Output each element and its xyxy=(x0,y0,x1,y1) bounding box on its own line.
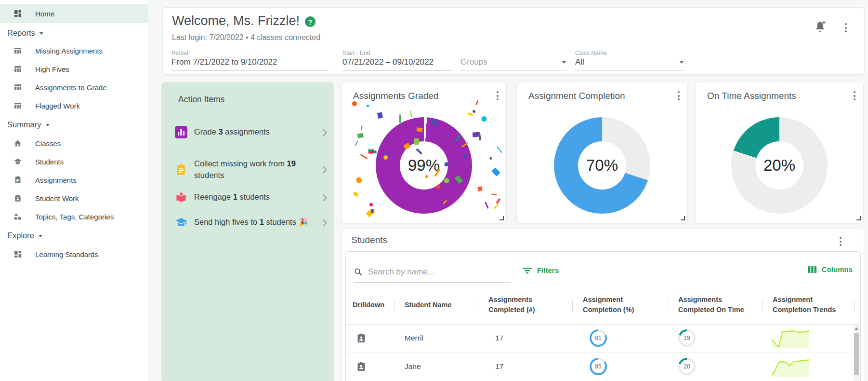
completion-ring-value: 81 xyxy=(592,331,605,345)
donut-value: 70% xyxy=(586,156,618,175)
table-icon xyxy=(13,83,22,92)
sidebar-item-student-work[interactable]: Student Work xyxy=(0,189,148,207)
sidebar-item-assignments[interactable]: Assignments xyxy=(0,171,148,189)
assignments-graded-donut: 99% xyxy=(376,117,472,214)
search-input[interactable] xyxy=(367,267,511,277)
kebab-menu-icon[interactable] xyxy=(852,89,857,102)
sidebar-item-label: High Fives xyxy=(35,65,69,73)
column-header-completion-trends[interactable]: AssignmentCompletion Trends xyxy=(773,295,836,315)
search-box xyxy=(354,261,511,283)
action-text: Reengage xyxy=(194,192,233,201)
column-divider xyxy=(394,300,395,312)
action-count: 19 xyxy=(287,159,296,168)
sidebar: Home Reports Missing Assignments High Fi… xyxy=(0,0,148,381)
section-label: Explore xyxy=(7,231,34,240)
class-name-value: All xyxy=(575,57,584,67)
action-item-collect-missing-work[interactable]: Collect missing work from 19 students xyxy=(175,158,327,181)
groups-select[interactable]: Groups xyxy=(460,52,567,70)
assignments-graded-card: Assignments Graded 99% xyxy=(341,82,507,223)
students-panel: Students Filters Columns Drilldown Stude… xyxy=(341,229,864,381)
dashboard-root: Home Reports Missing Assignments High Fi… xyxy=(0,0,868,381)
action-count: 3 xyxy=(218,127,223,136)
chevron-right-icon xyxy=(323,166,327,173)
sidebar-item-learning-standards[interactable]: Learning Standards xyxy=(0,245,148,263)
card-title: On Time Assignments xyxy=(707,91,796,101)
sidebar-item-assignments-to-grade[interactable]: Assignments to Grade xyxy=(0,78,148,96)
period-field[interactable]: Period From 7/21/2022 to 9/10/2022 xyxy=(171,52,329,70)
kebab-menu-icon[interactable] xyxy=(838,235,843,248)
on-time-assignments-card: On Time Assignments 20% xyxy=(695,82,864,223)
sidebar-item-label: Assignments xyxy=(35,176,77,184)
bar-chart-icon xyxy=(175,126,187,138)
action-item-reengage-students[interactable]: Reengage 1 students xyxy=(175,191,327,204)
student-name: Jane xyxy=(405,362,421,371)
column-header-drilldown[interactable]: Drilldown xyxy=(353,300,384,310)
groups-placeholder: Groups xyxy=(460,57,487,67)
drilldown-badge-icon[interactable] xyxy=(355,361,367,372)
kebab-menu-icon[interactable] xyxy=(843,21,849,34)
sidebar-item-label: Students xyxy=(35,158,64,166)
student-name: Merril xyxy=(405,334,423,342)
column-header-student-name[interactable]: Student Name xyxy=(405,300,452,310)
sidebar-section-summary[interactable]: Summary xyxy=(7,119,50,130)
sidebar-item-classes[interactable]: Classes xyxy=(0,134,148,152)
assignments-completed-value: 17 xyxy=(495,362,503,371)
sidebar-item-label: Home xyxy=(35,10,54,18)
table-icon xyxy=(13,65,22,73)
sidebar-item-students[interactable]: Students xyxy=(0,152,148,171)
action-count: 1 xyxy=(233,192,237,201)
resize-grip[interactable] xyxy=(500,216,504,220)
period-label: Period xyxy=(171,50,188,56)
scrollbar-up-arrow-icon[interactable] xyxy=(855,327,858,330)
sidebar-section-explore[interactable]: Explore xyxy=(7,230,42,241)
column-header-assignment-completion[interactable]: AssignmentCompletion (%) xyxy=(583,295,634,315)
kebab-menu-icon[interactable] xyxy=(676,89,682,102)
sidebar-item-label: Flagged Work xyxy=(35,102,80,110)
table-row: Merril 17 81 19 xyxy=(346,324,860,353)
notifications-bell-icon[interactable] xyxy=(814,20,827,32)
completion-ring-value: 85 xyxy=(592,360,605,373)
sidebar-section-reports[interactable]: Reports xyxy=(7,27,43,39)
scrollbar-thumb[interactable] xyxy=(854,333,859,375)
action-text: students 🎉 xyxy=(264,218,308,226)
search-icon xyxy=(354,268,362,276)
last-login-text: Last login: 7/20/2022 • 4 classes connec… xyxy=(172,33,320,42)
sidebar-item-missing-assignments[interactable]: Missing Assignments xyxy=(0,41,148,60)
filters-button[interactable]: Filters xyxy=(523,266,559,274)
column-divider xyxy=(572,300,573,312)
card-title: Assignments Graded xyxy=(353,91,438,101)
table-row: Jane 17 85 20 xyxy=(346,353,860,381)
kebab-menu-icon[interactable] xyxy=(495,89,500,102)
column-divider xyxy=(478,300,478,312)
drilldown-badge-icon[interactable] xyxy=(355,332,367,344)
action-text: students xyxy=(237,192,270,201)
class-name-select[interactable]: Class Name All xyxy=(575,52,685,70)
sidebar-item-topics-tags-categories[interactable]: Topics, Tags, Categories xyxy=(0,207,148,226)
column-header-completed-on-time[interactable]: AssignmentsCompleted On Time xyxy=(678,295,744,315)
action-item-send-high-fives[interactable]: Send high fives to 1 students 🎉 xyxy=(175,216,327,229)
columns-button[interactable]: Columns xyxy=(808,265,853,273)
sidebar-item-home[interactable]: Home xyxy=(0,4,148,23)
column-divider xyxy=(762,300,763,312)
action-items-title: Action Items xyxy=(178,95,224,105)
action-item-grade-assignments[interactable]: Grade 3 assignments xyxy=(175,126,327,138)
sidebar-item-high-fives[interactable]: High Fives xyxy=(0,60,148,78)
dropdown-arrow-icon xyxy=(562,61,566,64)
help-icon[interactable]: ? xyxy=(305,16,316,27)
filters-label: Filters xyxy=(537,266,559,274)
table-header-row: Drilldown Student Name AssignmentsComple… xyxy=(346,286,860,325)
resize-grip[interactable] xyxy=(681,216,685,220)
filter-icon xyxy=(523,267,532,274)
sidebar-item-flagged-work[interactable]: Flagged Work xyxy=(0,96,148,115)
period-value: From 7/21/2022 to 9/10/2022 xyxy=(171,57,277,67)
start-end-value: 07/21/2022 – 09/10/2022 xyxy=(342,57,434,67)
resize-grip[interactable] xyxy=(856,216,861,220)
sidebar-item-label: Classes xyxy=(35,139,61,148)
column-header-assignments-completed[interactable]: AssignmentsCompleted (#) xyxy=(488,295,535,315)
clipboard-icon xyxy=(175,163,187,176)
start-end-field[interactable]: Start - End 07/21/2022 – 09/10/2022 xyxy=(342,52,453,70)
table-scrollbar[interactable] xyxy=(854,325,859,381)
completion-ring: 81 xyxy=(590,329,607,347)
on-time-ring: 20 xyxy=(678,358,696,375)
chevron-right-icon xyxy=(323,219,327,226)
